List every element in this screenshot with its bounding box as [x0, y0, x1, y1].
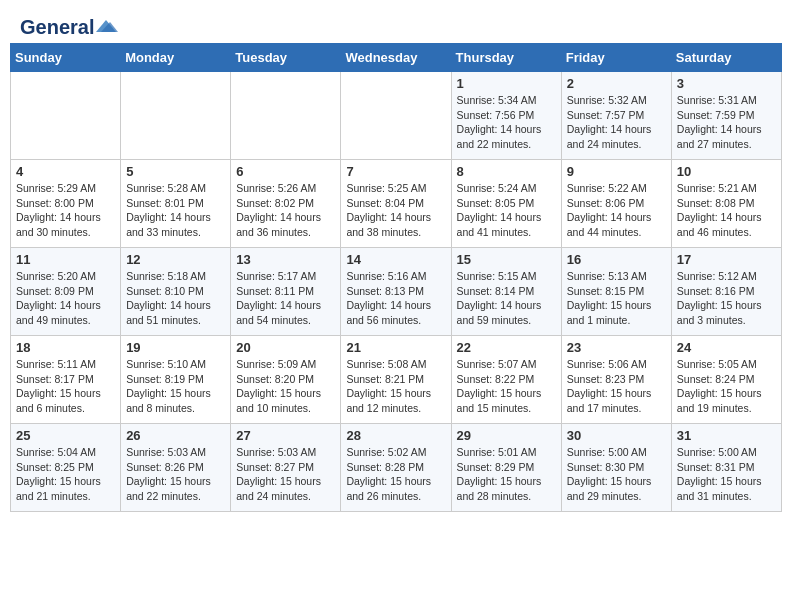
- day-info: Sunrise: 5:25 AM Sunset: 8:04 PM Dayligh…: [346, 181, 445, 240]
- day-number: 15: [457, 252, 556, 267]
- day-number: 12: [126, 252, 225, 267]
- calendar-table: Sunday Monday Tuesday Wednesday Thursday…: [10, 43, 782, 512]
- col-monday: Monday: [121, 44, 231, 72]
- week-row-2: 4Sunrise: 5:29 AM Sunset: 8:00 PM Daylig…: [11, 160, 782, 248]
- day-info: Sunrise: 5:28 AM Sunset: 8:01 PM Dayligh…: [126, 181, 225, 240]
- logo-text: General: [20, 16, 94, 39]
- col-tuesday: Tuesday: [231, 44, 341, 72]
- day-cell: 1Sunrise: 5:34 AM Sunset: 7:56 PM Daylig…: [451, 72, 561, 160]
- day-info: Sunrise: 5:03 AM Sunset: 8:26 PM Dayligh…: [126, 445, 225, 504]
- day-number: 7: [346, 164, 445, 179]
- day-cell: 30Sunrise: 5:00 AM Sunset: 8:30 PM Dayli…: [561, 424, 671, 512]
- day-number: 8: [457, 164, 556, 179]
- day-cell: 12Sunrise: 5:18 AM Sunset: 8:10 PM Dayli…: [121, 248, 231, 336]
- day-info: Sunrise: 5:32 AM Sunset: 7:57 PM Dayligh…: [567, 93, 666, 152]
- day-number: 24: [677, 340, 776, 355]
- day-cell: 5Sunrise: 5:28 AM Sunset: 8:01 PM Daylig…: [121, 160, 231, 248]
- day-info: Sunrise: 5:02 AM Sunset: 8:28 PM Dayligh…: [346, 445, 445, 504]
- day-number: 9: [567, 164, 666, 179]
- day-number: 30: [567, 428, 666, 443]
- day-info: Sunrise: 5:20 AM Sunset: 8:09 PM Dayligh…: [16, 269, 115, 328]
- day-number: 14: [346, 252, 445, 267]
- day-number: 29: [457, 428, 556, 443]
- day-number: 18: [16, 340, 115, 355]
- day-cell: 24Sunrise: 5:05 AM Sunset: 8:24 PM Dayli…: [671, 336, 781, 424]
- day-cell: 26Sunrise: 5:03 AM Sunset: 8:26 PM Dayli…: [121, 424, 231, 512]
- day-info: Sunrise: 5:11 AM Sunset: 8:17 PM Dayligh…: [16, 357, 115, 416]
- day-cell: 10Sunrise: 5:21 AM Sunset: 8:08 PM Dayli…: [671, 160, 781, 248]
- col-thursday: Thursday: [451, 44, 561, 72]
- day-number: 26: [126, 428, 225, 443]
- day-cell: 16Sunrise: 5:13 AM Sunset: 8:15 PM Dayli…: [561, 248, 671, 336]
- day-cell: 22Sunrise: 5:07 AM Sunset: 8:22 PM Dayli…: [451, 336, 561, 424]
- calendar-wrapper: Sunday Monday Tuesday Wednesday Thursday…: [0, 43, 792, 522]
- day-cell: 25Sunrise: 5:04 AM Sunset: 8:25 PM Dayli…: [11, 424, 121, 512]
- day-info: Sunrise: 5:22 AM Sunset: 8:06 PM Dayligh…: [567, 181, 666, 240]
- day-number: 11: [16, 252, 115, 267]
- day-cell: 4Sunrise: 5:29 AM Sunset: 8:00 PM Daylig…: [11, 160, 121, 248]
- day-info: Sunrise: 5:16 AM Sunset: 8:13 PM Dayligh…: [346, 269, 445, 328]
- day-info: Sunrise: 5:07 AM Sunset: 8:22 PM Dayligh…: [457, 357, 556, 416]
- day-info: Sunrise: 5:00 AM Sunset: 8:31 PM Dayligh…: [677, 445, 776, 504]
- day-number: 31: [677, 428, 776, 443]
- day-cell: 29Sunrise: 5:01 AM Sunset: 8:29 PM Dayli…: [451, 424, 561, 512]
- day-cell: 8Sunrise: 5:24 AM Sunset: 8:05 PM Daylig…: [451, 160, 561, 248]
- day-cell: 15Sunrise: 5:15 AM Sunset: 8:14 PM Dayli…: [451, 248, 561, 336]
- day-info: Sunrise: 5:03 AM Sunset: 8:27 PM Dayligh…: [236, 445, 335, 504]
- day-number: 28: [346, 428, 445, 443]
- week-row-5: 25Sunrise: 5:04 AM Sunset: 8:25 PM Dayli…: [11, 424, 782, 512]
- day-cell: 28Sunrise: 5:02 AM Sunset: 8:28 PM Dayli…: [341, 424, 451, 512]
- day-number: 25: [16, 428, 115, 443]
- col-friday: Friday: [561, 44, 671, 72]
- day-number: 22: [457, 340, 556, 355]
- header: General: [0, 0, 792, 43]
- day-number: 6: [236, 164, 335, 179]
- day-info: Sunrise: 5:01 AM Sunset: 8:29 PM Dayligh…: [457, 445, 556, 504]
- day-info: Sunrise: 5:17 AM Sunset: 8:11 PM Dayligh…: [236, 269, 335, 328]
- day-number: 16: [567, 252, 666, 267]
- day-number: 2: [567, 76, 666, 91]
- day-cell: [231, 72, 341, 160]
- day-cell: 23Sunrise: 5:06 AM Sunset: 8:23 PM Dayli…: [561, 336, 671, 424]
- day-cell: 21Sunrise: 5:08 AM Sunset: 8:21 PM Dayli…: [341, 336, 451, 424]
- day-info: Sunrise: 5:05 AM Sunset: 8:24 PM Dayligh…: [677, 357, 776, 416]
- day-cell: 6Sunrise: 5:26 AM Sunset: 8:02 PM Daylig…: [231, 160, 341, 248]
- day-number: 5: [126, 164, 225, 179]
- day-cell: 14Sunrise: 5:16 AM Sunset: 8:13 PM Dayli…: [341, 248, 451, 336]
- day-info: Sunrise: 5:29 AM Sunset: 8:00 PM Dayligh…: [16, 181, 115, 240]
- day-number: 17: [677, 252, 776, 267]
- day-info: Sunrise: 5:08 AM Sunset: 8:21 PM Dayligh…: [346, 357, 445, 416]
- day-number: 4: [16, 164, 115, 179]
- logo-icon: [96, 18, 118, 34]
- day-cell: 27Sunrise: 5:03 AM Sunset: 8:27 PM Dayli…: [231, 424, 341, 512]
- day-cell: 20Sunrise: 5:09 AM Sunset: 8:20 PM Dayli…: [231, 336, 341, 424]
- day-number: 27: [236, 428, 335, 443]
- day-cell: 3Sunrise: 5:31 AM Sunset: 7:59 PM Daylig…: [671, 72, 781, 160]
- day-number: 19: [126, 340, 225, 355]
- day-cell: 18Sunrise: 5:11 AM Sunset: 8:17 PM Dayli…: [11, 336, 121, 424]
- logo: General: [20, 16, 118, 35]
- day-cell: 2Sunrise: 5:32 AM Sunset: 7:57 PM Daylig…: [561, 72, 671, 160]
- day-info: Sunrise: 5:04 AM Sunset: 8:25 PM Dayligh…: [16, 445, 115, 504]
- day-number: 21: [346, 340, 445, 355]
- day-info: Sunrise: 5:24 AM Sunset: 8:05 PM Dayligh…: [457, 181, 556, 240]
- col-sunday: Sunday: [11, 44, 121, 72]
- col-saturday: Saturday: [671, 44, 781, 72]
- week-row-3: 11Sunrise: 5:20 AM Sunset: 8:09 PM Dayli…: [11, 248, 782, 336]
- day-number: 3: [677, 76, 776, 91]
- day-info: Sunrise: 5:10 AM Sunset: 8:19 PM Dayligh…: [126, 357, 225, 416]
- week-row-1: 1Sunrise: 5:34 AM Sunset: 7:56 PM Daylig…: [11, 72, 782, 160]
- day-cell: 31Sunrise: 5:00 AM Sunset: 8:31 PM Dayli…: [671, 424, 781, 512]
- day-info: Sunrise: 5:31 AM Sunset: 7:59 PM Dayligh…: [677, 93, 776, 152]
- day-number: 13: [236, 252, 335, 267]
- day-info: Sunrise: 5:15 AM Sunset: 8:14 PM Dayligh…: [457, 269, 556, 328]
- day-info: Sunrise: 5:13 AM Sunset: 8:15 PM Dayligh…: [567, 269, 666, 328]
- day-cell: 13Sunrise: 5:17 AM Sunset: 8:11 PM Dayli…: [231, 248, 341, 336]
- day-cell: 11Sunrise: 5:20 AM Sunset: 8:09 PM Dayli…: [11, 248, 121, 336]
- day-number: 23: [567, 340, 666, 355]
- day-info: Sunrise: 5:21 AM Sunset: 8:08 PM Dayligh…: [677, 181, 776, 240]
- day-cell: 19Sunrise: 5:10 AM Sunset: 8:19 PM Dayli…: [121, 336, 231, 424]
- day-info: Sunrise: 5:18 AM Sunset: 8:10 PM Dayligh…: [126, 269, 225, 328]
- day-info: Sunrise: 5:06 AM Sunset: 8:23 PM Dayligh…: [567, 357, 666, 416]
- day-cell: 9Sunrise: 5:22 AM Sunset: 8:06 PM Daylig…: [561, 160, 671, 248]
